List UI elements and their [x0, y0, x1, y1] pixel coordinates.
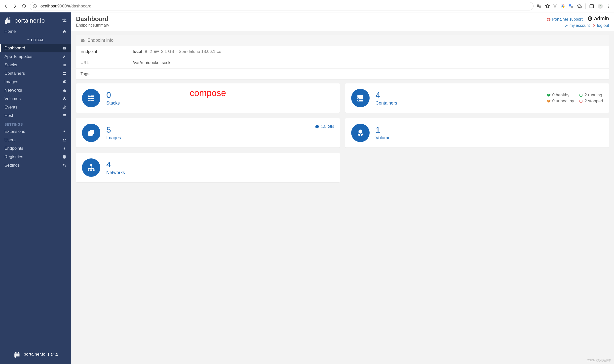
info-row-endpoint: Endpoint local 2 2.1 GB - Standalone 18.…: [76, 46, 609, 57]
containers-icon: [351, 89, 370, 107]
sidebar-item-label: Home: [4, 29, 16, 34]
sidebar-item-label: Extensions: [4, 129, 25, 134]
svg-rect-29: [63, 74, 66, 75]
svg-point-71: [358, 96, 359, 96]
sidebar-item-label: Dashboard: [4, 46, 25, 51]
svg-point-42: [63, 139, 64, 140]
heartbeat-icon: [547, 99, 551, 103]
tachometer-icon: [80, 38, 85, 43]
svg-point-14: [609, 6, 609, 6]
svg-rect-19: [9, 19, 9, 20]
sidebar-item-images[interactable]: Images: [0, 78, 71, 86]
side-panel-icon[interactable]: [589, 4, 594, 9]
user-badge[interactable]: admin: [587, 15, 609, 22]
images-icon: [82, 124, 100, 142]
sidebar-item-label: Containers: [4, 71, 25, 76]
kebab-menu-icon[interactable]: [607, 4, 611, 8]
svg-rect-37: [64, 114, 65, 115]
sidebar-item-label: Volumes: [4, 96, 21, 101]
sidebar-item-label: Stacks: [4, 63, 17, 68]
svg-rect-47: [14, 354, 19, 357]
endpoint-name: local: [133, 49, 142, 54]
tile-networks[interactable]: 4 Networks: [76, 153, 340, 182]
sidebar-section-local: LOCAL: [0, 36, 71, 44]
sidebar-item-volumes[interactable]: Volumes: [0, 95, 71, 103]
sidebar-item-host[interactable]: Host: [0, 111, 71, 120]
home-icon: [62, 30, 67, 34]
page-title: Dashboard: [76, 15, 109, 23]
sidebar-item-app-templates[interactable]: App Templates: [0, 52, 71, 61]
extensions-icon[interactable]: [577, 4, 582, 9]
portainer-support-link[interactable]: Portainer support: [547, 17, 583, 22]
sidebar-item-registries[interactable]: Registries: [0, 153, 71, 161]
translate-icon[interactable]: [537, 4, 541, 9]
svg-rect-62: [88, 96, 90, 97]
database-icon: [62, 155, 67, 159]
rocket-icon: [62, 55, 67, 59]
sidebar-item-label: Endpoints: [4, 146, 23, 151]
svg-rect-67: [90, 100, 94, 101]
endpoint-url: /var/run/docker.sock: [133, 60, 605, 65]
svg-rect-77: [88, 170, 89, 171]
svg-point-21: [5, 22, 7, 24]
reload-button[interactable]: [21, 3, 27, 9]
annotation-compose: compose: [190, 88, 226, 98]
svg-point-43: [65, 139, 66, 140]
ext-vue-icon[interactable]: V: [553, 3, 557, 9]
tile-containers[interactable]: 4 Containers 0 healthy 2 running 0 unhea…: [345, 83, 609, 113]
sitemap-icon: [62, 88, 67, 92]
ext-translate-icon[interactable]: [569, 4, 574, 9]
profile-avatar-icon[interactable]: [598, 3, 603, 9]
svg-rect-76: [90, 164, 92, 166]
sidebar-item-label: Host: [4, 113, 13, 118]
version-label: 1.24.2: [47, 352, 58, 357]
svg-point-13: [609, 4, 609, 5]
sidebar-item-settings[interactable]: Settings: [0, 161, 71, 170]
panel-header: Endpoint info: [76, 35, 609, 46]
sidebar-item-dashboard[interactable]: Dashboard: [0, 44, 71, 52]
tile-volume[interactable]: 1 Volume: [345, 118, 609, 147]
tile-stacks[interactable]: 0 Stacks compose: [76, 83, 340, 113]
sidebar-item-extensions[interactable]: Extensions: [0, 127, 71, 136]
sidebar-item-label: Users: [4, 138, 15, 143]
sidebar-item-networks[interactable]: Networks: [0, 86, 71, 95]
sidebar-item-users[interactable]: Users: [0, 136, 71, 144]
ext-chrome-icon[interactable]: [560, 4, 565, 9]
site-info-icon[interactable]: [33, 4, 37, 8]
sidebar-item-endpoints[interactable]: Endpoints: [0, 144, 71, 153]
watermark: CSDN @风流少年: [587, 358, 611, 363]
sidebar-item-events[interactable]: Events: [0, 103, 71, 111]
sidebar-item-containers[interactable]: Containers: [0, 69, 71, 78]
browser-toolbar: localhost:9000/#/dashboard V: [0, 0, 614, 12]
my-account-link[interactable]: my account: [565, 23, 590, 28]
svg-rect-4: [539, 5, 541, 8]
logout-link[interactable]: log out: [592, 23, 609, 28]
bookmark-star-icon[interactable]: [545, 4, 550, 9]
sidebar-item-stacks[interactable]: Stacks: [0, 61, 71, 69]
svg-rect-23: [64, 64, 66, 65]
sidebar-item-home[interactable]: Home: [0, 27, 71, 36]
server-icon: [62, 72, 67, 75]
svg-rect-78: [90, 170, 92, 171]
svg-line-57: [549, 18, 550, 19]
svg-point-72: [358, 98, 359, 99]
forward-button[interactable]: [12, 3, 18, 9]
plug-icon: [62, 146, 67, 150]
containers-count: 4: [376, 91, 397, 99]
brand-logo[interactable]: portainer.io: [4, 16, 45, 25]
sidebar-item-label: Settings: [4, 163, 20, 168]
plug-icon: [27, 38, 30, 41]
svg-rect-60: [145, 51, 147, 53]
address-bar[interactable]: localhost:9000/#/dashboard: [30, 2, 534, 10]
networks-count: 4: [106, 160, 125, 169]
wrench-icon: [565, 24, 568, 27]
svg-rect-27: [64, 66, 66, 66]
svg-rect-40: [64, 115, 65, 116]
back-button[interactable]: [3, 3, 9, 9]
stacks-icon: [82, 89, 100, 107]
portainer-logo-icon: [4, 16, 12, 25]
sidebar-toggle-icon[interactable]: [62, 18, 67, 23]
tile-images[interactable]: 5 Images 1.9 GB: [76, 118, 340, 147]
svg-point-45: [63, 164, 64, 165]
svg-rect-64: [88, 98, 90, 99]
